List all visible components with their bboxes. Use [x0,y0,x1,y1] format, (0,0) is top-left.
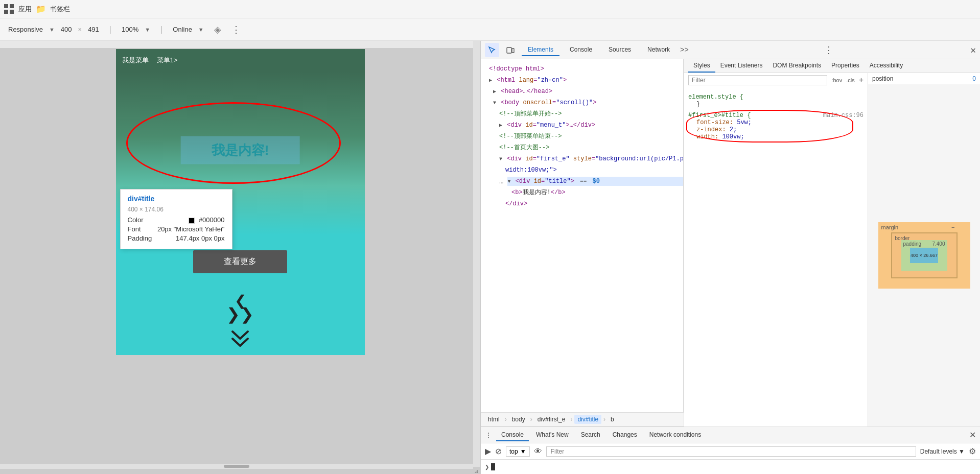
console-tab-console[interactable]: Console [496,429,529,441]
expand-menu-icon[interactable]: ▶ [499,122,502,129]
rule1-prop2[interactable]: z-index: [696,126,726,133]
see-more-button[interactable]: 查看更多 [193,250,287,273]
styles-cls-button[interactable]: .cls [846,77,855,83]
styles-tab-styles[interactable]: Styles [688,59,715,73]
console-levels-dropdown[interactable]: Default levels ▼ [920,448,965,455]
responsive-label[interactable]: Responsive [8,26,43,33]
expand-head-icon[interactable]: ▶ [493,88,496,96]
rule1-selector: #first_e>#title { [688,112,751,119]
console-tab-whats-new[interactable]: What's New [531,429,574,441]
tab-sources[interactable]: Sources [602,44,637,56]
elements-line-closediv[interactable]: </div> [481,198,683,209]
rule1-prop3[interactable]: width: [696,133,718,140]
device-toggle-button[interactable] [503,43,518,57]
expand-html-icon[interactable]: ▶ [489,77,492,84]
expand-title-icon[interactable]: ▼ [507,178,510,185]
rule1-val2: 2; [730,126,737,133]
elements-line-comment3[interactable]: <!--首页大图--> [481,142,683,153]
console-run-icon[interactable]: ▶ [485,446,491,456]
color-swatch [189,218,195,224]
resize-handle[interactable]: ⊿ [473,467,480,474]
boxmodel-padding: padding 7.400 400 × 26.667 [901,240,947,271]
elements-panel[interactable]: <!doctype html> ▶ <html lang="zh-cn"> ▶ … [481,59,684,412]
styles-tab-event-listeners[interactable]: Event Listeners [715,59,768,73]
elements-line-html[interactable]: ▶ <html lang="zh-cn"> [481,75,683,86]
styles-inner: :hov .cls + element.style { [684,73,980,426]
tab-elements[interactable]: Elements [522,44,559,56]
styles-tab-properties[interactable]: Properties [826,59,865,73]
zoom-label[interactable]: 100% [122,26,138,33]
tab-network[interactable]: Network [641,44,676,56]
viewport-right-scrollbar[interactable] [473,41,480,474]
expand-body-icon[interactable]: ▼ [493,99,496,107]
styles-filter-input[interactable] [688,75,827,85]
mobile-menu-item[interactable]: 菜单1> [157,56,178,65]
rotate-icon[interactable]: ◈ [214,24,221,35]
elements-line-comment2[interactable]: <!--顶部菜单结束--> [481,131,683,142]
inspect-element-button[interactable] [485,43,499,57]
rule1-prop1-row: font-size: 5vw; [696,119,864,126]
styles-add-button[interactable]: + [859,76,864,85]
width-value[interactable]: 400 [61,26,72,33]
elements-line-title[interactable]: ▼ <div id="title"> == $0 [507,177,683,186]
boxmodel-content: 400 × 26.667 [910,248,938,263]
console-context-select[interactable]: top ▼ [506,446,530,457]
svg-text:⊿: ⊿ [474,468,478,474]
expand-first-e-icon[interactable]: ▼ [499,155,502,163]
breadcrumb-b[interactable]: b [608,415,617,424]
console-block-icon[interactable]: ⊘ [495,446,502,456]
viewport-bottom-scrollbar[interactable] [0,464,473,469]
tooltip-font-label: Font [128,225,141,233]
bookmarks-label: 书签栏 [50,5,70,14]
devtools-main: <!doctype html> ▶ <html lang="zh-cn"> ▶ … [481,59,980,426]
console-settings-icon[interactable]: ⚙ [969,446,976,456]
toolbar-more-dots[interactable]: ⋮ [231,24,241,35]
breadcrumb-div-title[interactable]: div#title [574,415,601,424]
elements-line-doctype[interactable]: <!doctype html> [481,63,683,75]
chevron-down-icon [227,327,253,355]
console-eye-icon[interactable]: 👁 [534,447,542,456]
styles-tab-dom-breakpoints[interactable]: DOM Breakpoints [767,59,826,73]
console-filter-input[interactable] [546,446,916,457]
online-label[interactable]: Online [173,26,192,33]
mobile-hero: 我是内容! div#title 400 × 174.06 Color #0000… [116,72,365,235]
console-tab-search[interactable]: Search [576,429,605,441]
devtools-more-dots[interactable]: ⋮ [824,44,833,56]
tooltip-size: 400 × 174.06 [128,206,225,213]
zoom-dropdown-arrow[interactable]: ▼ [145,27,150,33]
styles-tab-accessibility[interactable]: Accessibility [865,59,908,73]
breadcrumb-sep1: › [505,416,507,423]
boxmodel-border: border padding 7.400 400 × 26.667 [891,232,958,278]
styles-tabs: Styles Event Listeners DOM Breakpoints P… [684,59,980,73]
elements-line-first-e[interactable]: ▼ <div id="first_e" style="background:ur… [481,153,683,164]
responsive-dropdown-arrow[interactable]: ▼ [49,27,55,33]
hero-content-label: 我是内容! [181,136,300,164]
console-drawer-dots[interactable]: ⋮ [485,431,492,439]
styles-hov-button[interactable]: :hov [831,77,842,83]
breadcrumb-html[interactable]: html [485,415,503,424]
console-tab-network-conditions[interactable]: Network conditions [644,429,706,441]
b-tag: <b>我是内容!</b> [511,189,566,196]
elements-line-b[interactable]: <b>我是内容!</b> [481,187,683,198]
tab-console[interactable]: Console [564,44,598,56]
first-e-title-rule-wrapper: #first_e>#title { main.css:96 font-size:… [688,112,864,140]
console-tab-changes[interactable]: Changes [608,429,642,441]
elements-line-first-e-cont[interactable]: width:100vw;"> [481,164,683,176]
elements-line-menu-div[interactable]: ▶ <div id="menu_t">…</div> [481,120,683,131]
elements-line-comment1[interactable]: <!--顶部菜单开始--> [481,108,683,120]
tab-more-button[interactable]: >> [680,46,689,54]
rule1-prop1[interactable]: font-size: [696,119,733,126]
devtools-close-button[interactable]: ✕ [970,44,976,56]
online-dropdown-arrow[interactable]: ▼ [198,27,204,33]
console-content[interactable]: ❯ [481,460,980,474]
console-close-button[interactable]: ✕ [969,430,976,440]
height-value[interactable]: 491 [88,26,99,33]
rule1-file[interactable]: main.css:96 [823,112,864,119]
elements-line-body[interactable]: ▼ <body onscroll="scroll()"> [481,97,683,108]
breadcrumb-body[interactable]: body [509,415,528,424]
windows-start-icon[interactable] [4,4,14,14]
breadcrumb-div-first-e[interactable]: div#first_e [534,415,569,424]
elements-line-head[interactable]: ▶ <head>…</head> [481,86,683,97]
bookmark-folder-icon: 📁 [36,4,46,14]
svg-rect-2 [512,49,514,53]
